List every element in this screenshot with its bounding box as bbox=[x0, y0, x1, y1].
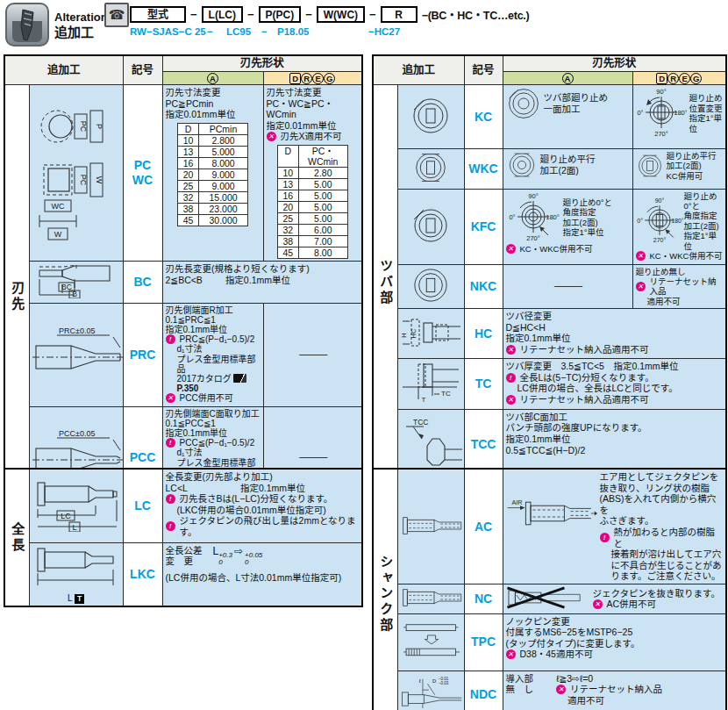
header-symbol: 記号 bbox=[123, 55, 162, 85]
symbol-kc: KC bbox=[464, 85, 503, 149]
data-cell: 2.800 bbox=[199, 134, 248, 146]
kfc-diagram bbox=[397, 189, 464, 264]
w-box: W(WC) bbox=[317, 6, 365, 23]
subheader-a: A bbox=[162, 72, 263, 85]
circle-r-icon: R bbox=[667, 73, 679, 84]
bc-diagram: BC B bbox=[29, 261, 123, 303]
angle-diagram: 90° 0° 180° 270° bbox=[636, 196, 683, 247]
angle-diagram: 90° 0° 180° 270° bbox=[636, 87, 687, 140]
table-row: 4530.000 bbox=[178, 214, 248, 226]
svg-text:0°: 0° bbox=[509, 213, 515, 221]
data-cell: 5.00 bbox=[298, 178, 347, 190]
catalog-book-icon bbox=[233, 374, 246, 383]
table-row: 387.00 bbox=[277, 235, 347, 247]
ndc-cell: 導入部 無 し ℓ≧3⇨ℓ=0 リテーナセット納入品 適用不可 bbox=[503, 671, 726, 710]
subheader-a: A bbox=[503, 72, 632, 85]
row-nc: NC ジェクタピンを抜き取ります。 AC併用不可 bbox=[373, 584, 726, 613]
prc-cell-a: 刃先側端面R加工 0.1≦PRC≦1 指定0.1mm単位 PRC≦(P−d₁−0… bbox=[162, 303, 263, 406]
data-cell: 5.000 bbox=[199, 146, 248, 157]
data-cell: 25 bbox=[178, 180, 199, 191]
fax-icon: ☎ bbox=[104, 3, 129, 27]
table-row: 255.00 bbox=[277, 212, 347, 224]
row-kfc: KFC 90° 0° 180° 270° bbox=[373, 189, 726, 264]
symbol-ac: AC bbox=[464, 469, 503, 584]
wkc-cell-dreg: 廻り止め平行加工(2面)KC併用可 bbox=[632, 149, 726, 190]
bc-cell: 刃先長変更(規格より短くなります) 2≦BC<B指定0.1mm単位 bbox=[162, 261, 362, 303]
data-cell: 8.00 bbox=[298, 247, 347, 258]
table-row: 168.000 bbox=[178, 157, 248, 169]
tolerance-frame-icon: T bbox=[75, 594, 84, 604]
data-cell: 8.000 bbox=[199, 157, 248, 169]
prohibited-icon bbox=[506, 649, 516, 659]
subheader-dreg: DREG bbox=[632, 72, 726, 85]
formula-tail: −(BC・HC・TC…etc.) bbox=[422, 6, 530, 23]
caution-icon bbox=[600, 533, 610, 542]
svg-text:−0.03: −0.03 bbox=[438, 680, 448, 685]
table-row: 205.00 bbox=[277, 201, 347, 212]
row-kc: ツバ部 KC ツバ部廻り止め一面加工 bbox=[373, 85, 726, 149]
data-cell: 9.000 bbox=[199, 180, 248, 191]
svg-text:PC: PC bbox=[79, 174, 88, 185]
svg-text:270°: 270° bbox=[653, 237, 666, 243]
model-box: 型式 bbox=[130, 6, 186, 23]
example-hc: −HC27 bbox=[368, 26, 400, 37]
prohibited-icon bbox=[506, 395, 516, 405]
row-tc: TC T TC ツバ厚変更 3.5≦TC<5 指定0.1mm単位 全長Lは(5−… bbox=[373, 359, 726, 410]
tpc-cell: ノックピン変更 付属するMS6−25をMSTP6−25 (タップ付タイプ)に変更… bbox=[503, 613, 726, 671]
symbol-kfc: KFC bbox=[464, 189, 503, 264]
svg-text:WC: WC bbox=[51, 202, 64, 211]
circle-g-icon: G bbox=[690, 73, 702, 84]
kc-cell-a: ツバ部廻り止め一面加工 bbox=[503, 85, 632, 149]
square-d-icon: D bbox=[656, 73, 667, 84]
svg-text:TC: TC bbox=[441, 390, 451, 398]
data-cell: 20 bbox=[277, 201, 298, 212]
data-cell: 2.80 bbox=[298, 167, 347, 178]
row-bc: BC B BC 刃先長変更(規格より短くなります) 2≦BC<B指定0.1mm単… bbox=[4, 261, 362, 303]
tpc-diagram bbox=[397, 613, 464, 671]
example-model: RW−SJAS−C 25 bbox=[130, 26, 206, 37]
svg-text:270°: 270° bbox=[526, 234, 540, 242]
ac-cell: AIR エア用としてジェクタピンを 抜き取り、リング状の樹脂 bbox=[503, 469, 726, 584]
data-cell: 25 bbox=[277, 212, 298, 224]
section-blade: 刃先 bbox=[4, 85, 29, 510]
pcwc-cell-a: 刃先寸法変更 PC≧PCmin 指定0.01mm単位 DPCmin 102.80… bbox=[162, 85, 263, 262]
lc-diagram: LC L bbox=[29, 469, 123, 542]
symbol-nkc: NKC bbox=[464, 264, 503, 309]
table-row: 102.800 bbox=[178, 134, 248, 146]
kc-cell-dreg: 90° 0° 180° 270° 廻り止め位置変更指定1°単位 bbox=[632, 85, 726, 149]
data-cell: 5.00 bbox=[298, 212, 347, 224]
table-row: 326.00 bbox=[277, 224, 347, 235]
order-example: RW−SJAS−C 25 − LC95 − P18.05 −HC27 bbox=[0, 26, 728, 40]
tc-cell: ツバ厚変更 3.5≦TC<5 指定0.1mm単位 全長Lは(5−TC)分短くなり… bbox=[503, 359, 726, 410]
prc-diagram: PRC±0.05 bbox=[29, 303, 123, 406]
table-row: 102.80 bbox=[277, 167, 347, 178]
pcwc-cell-dreg: 刃先寸法変更 PC・WC≧PC・WCmin 指定0.01mm単位 刃先X適用不可… bbox=[263, 85, 362, 262]
data-cell: 16 bbox=[277, 190, 298, 201]
data-cell: 20 bbox=[178, 169, 199, 180]
header-symbol: 記号 bbox=[464, 55, 503, 85]
caution-icon bbox=[166, 334, 175, 344]
kfc-cell-a: 90° 0° 180° 270° 廻り止め0°と角度指定加工(2面)指定1°単位 bbox=[503, 189, 632, 264]
ndc-diagram: ℓ D −0.01 −0.03 bbox=[397, 671, 464, 710]
caution-icon bbox=[166, 521, 175, 531]
data-cell: 13 bbox=[178, 146, 199, 157]
prc-cell-dreg: ——— bbox=[263, 303, 362, 406]
symbol-hc: HC bbox=[464, 309, 503, 359]
catalog-page: Alterations 追加工 ☎ 型式 − L(LC) − P(PC) − W… bbox=[0, 0, 728, 710]
svg-text:HC: HC bbox=[410, 328, 418, 338]
data-cell: 30.000 bbox=[199, 214, 248, 226]
row-nkc: NKC ——— 廻り止め無し リテーナセット納入品 適用不可 bbox=[373, 264, 726, 309]
svg-text:TCC: TCC bbox=[413, 418, 428, 427]
caution-icon bbox=[166, 494, 175, 504]
lkc-cell: 全長公差変 更 L+0.30⇨+0.050 (LC併用の場合、L寸法0.01mm… bbox=[162, 542, 362, 606]
row-ac: シャンク部 AC AIR bbox=[373, 469, 726, 584]
data-cell: 45 bbox=[277, 247, 298, 258]
data-cell: 13 bbox=[277, 178, 298, 190]
order-code-formula: 型式 − L(LC) − P(PC) − W(WC) − R −(BC・HC・T… bbox=[130, 6, 529, 23]
data-cell: 6.00 bbox=[298, 224, 347, 235]
header-process: 追加工 bbox=[4, 55, 123, 85]
blade-table: 追加工 記号 刃先形状 A DREG 刃先 PC P bbox=[4, 54, 363, 510]
nc-cell: ジェクタピンを抜き取ります。 AC併用不可 bbox=[503, 584, 726, 613]
svg-text:ℓ: ℓ bbox=[418, 677, 420, 683]
svg-text:T: T bbox=[421, 396, 425, 404]
